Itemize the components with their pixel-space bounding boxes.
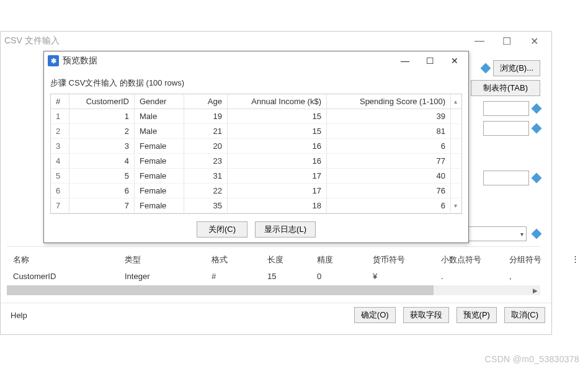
cell-idx: 2 [51, 124, 69, 138]
cell-idx: 3 [51, 139, 69, 153]
preview-dialog: ✱ 预览数据 — ☐ ✕ 步骤 CSV文件输入 的数据 (100 rows) #… [43, 51, 469, 243]
diamond-icon [532, 123, 542, 134]
cell-decimal: . [435, 269, 503, 284]
outer-title: CSV 文件输入 [4, 35, 466, 47]
col-length[interactable]: 长度 [261, 251, 311, 269]
cell-format: # [205, 269, 261, 284]
maximize-icon[interactable]: ☐ [493, 32, 520, 50]
dialog-close-icon[interactable]: ✕ [442, 52, 467, 69]
cell-income: 16 [228, 154, 327, 168]
cell-income: 17 [228, 184, 327, 198]
cell-gender: Female [135, 198, 184, 213]
col-score[interactable]: Spending Score (1-100) [327, 94, 451, 109]
cell-name: CustomerID [7, 269, 118, 284]
cell-group: , [503, 269, 565, 284]
cell-score: 39 [327, 109, 451, 123]
col-format[interactable]: 格式 [205, 251, 261, 269]
cell-customerid: 6 [69, 184, 135, 198]
fields-grid-row[interactable]: CustomerID Integer # 15 0 ¥ . , [7, 269, 540, 284]
close-icon[interactable]: ✕ [520, 32, 548, 50]
col-idx[interactable]: # [51, 94, 69, 109]
minimize-icon[interactable]: — [466, 32, 493, 50]
scroll-right-icon[interactable]: ▶ [530, 285, 540, 295]
cell-income: 15 [228, 109, 327, 123]
browse-button[interactable]: 浏览(B)... [493, 60, 540, 76]
cell-gender: Female [135, 139, 184, 153]
cell-age: 31 [184, 169, 228, 183]
scrollbar-thumb[interactable] [7, 285, 434, 295]
outer-titlebar: CSV 文件输入 — ☐ ✕ [1, 32, 551, 50]
data-table: # CustomerID Gender Age Annual Income (k… [50, 94, 462, 214]
data-table-header: # CustomerID Gender Age Annual Income (k… [51, 94, 461, 109]
show-log-button[interactable]: 显示日志(L) [255, 221, 316, 238]
col-currency[interactable]: 货币符号 [367, 251, 435, 269]
cell-income: 18 [228, 198, 327, 213]
horizontal-scrollbar[interactable]: ▶ [7, 285, 540, 295]
col-income[interactable]: Annual Income (k$) [228, 94, 327, 109]
col-age[interactable]: Age [184, 94, 228, 109]
close-button[interactable]: 关闭(C) [197, 221, 247, 238]
diamond-icon [532, 104, 542, 114]
col-decimal[interactable]: 小数点符号 [435, 251, 503, 269]
cell-score: 40 [327, 169, 451, 183]
get-fields-button[interactable]: 获取字段 [403, 307, 449, 323]
cell-idx: 6 [51, 184, 69, 198]
cell-income: 17 [228, 169, 327, 183]
dialog-buttons: 关闭(C) 显示日志(L) [50, 214, 462, 238]
table-row[interactable]: 22Male211581 [51, 124, 461, 139]
cell-score: 6 [327, 198, 451, 213]
cell-gender: Female [135, 184, 184, 198]
cell-gender: Female [135, 169, 184, 183]
chevron-down-icon: ▾ [520, 231, 523, 238]
dialog-titlebar: ✱ 预览数据 — ☐ ✕ [44, 51, 468, 70]
table-row[interactable]: 33Female20166 [51, 139, 461, 154]
dialog-maximize-icon[interactable]: ☐ [417, 52, 442, 69]
cell-customerid: 5 [69, 169, 135, 183]
scroll-up-icon[interactable]: ▴ [451, 98, 460, 105]
cell-customerid: 2 [69, 124, 135, 138]
col-customerid[interactable]: CustomerID [69, 94, 135, 109]
dialog-title: 预览数据 [63, 55, 393, 66]
diamond-icon [532, 173, 542, 184]
col-type[interactable]: 类型 [118, 251, 205, 269]
col-more[interactable]: ⋮ [565, 251, 584, 269]
cancel-button[interactable]: 取消(C) [504, 307, 545, 323]
table-row[interactable]: 44Female231677 [51, 154, 461, 169]
table-row[interactable]: 66Female221776 [51, 184, 461, 198]
tab-separator-button[interactable]: 制表符(TAB) [471, 80, 540, 96]
table-row[interactable]: 77Female35186▾ [51, 198, 461, 213]
cell-score: 76 [327, 184, 451, 198]
cell-age: 21 [184, 124, 228, 138]
cell-score: 81 [327, 124, 451, 138]
text-input-3[interactable] [483, 171, 529, 185]
dialog-caption: 步骤 CSV文件输入 的数据 (100 rows) [50, 74, 462, 94]
cell-age: 20 [184, 139, 228, 153]
cell-idx: 5 [51, 169, 69, 183]
text-input-1[interactable] [483, 101, 529, 116]
fields-grid: 名称 类型 格式 长度 精度 货币符号 小数点符号 分组符号 ⋮ Custome… [7, 251, 540, 284]
text-input-2[interactable] [483, 121, 529, 136]
cell-customerid: 4 [69, 154, 135, 168]
dialog-icon: ✱ [48, 55, 59, 66]
scroll-down-icon[interactable]: ▾ [451, 202, 460, 209]
cell-income: 15 [228, 124, 327, 138]
dialog-minimize-icon[interactable]: — [393, 52, 417, 69]
table-row[interactable]: 11Male191539 [51, 109, 461, 124]
bottom-button-bar: Help 确定(O) 获取字段 预览(P) 取消(C) [1, 303, 551, 327]
cell-age: 23 [184, 154, 228, 168]
cell-customerid: 1 [69, 109, 135, 123]
preview-button[interactable]: 预览(P) [457, 307, 497, 323]
cell-score: 77 [327, 154, 451, 168]
cell-customerid: 3 [69, 139, 135, 153]
cell-age: 19 [184, 109, 228, 123]
col-group[interactable]: 分组符号 [503, 251, 565, 269]
cell-gender: Male [135, 109, 184, 123]
ok-button[interactable]: 确定(O) [354, 307, 396, 323]
table-row[interactable]: 55Female311740 [51, 169, 461, 184]
col-name[interactable]: 名称 [7, 251, 118, 269]
cell-customerid: 7 [69, 198, 135, 213]
col-gender[interactable]: Gender [135, 94, 184, 109]
cell-currency: ¥ [367, 269, 435, 284]
col-precision[interactable]: 精度 [311, 251, 367, 269]
help-link[interactable]: Help [7, 311, 27, 320]
